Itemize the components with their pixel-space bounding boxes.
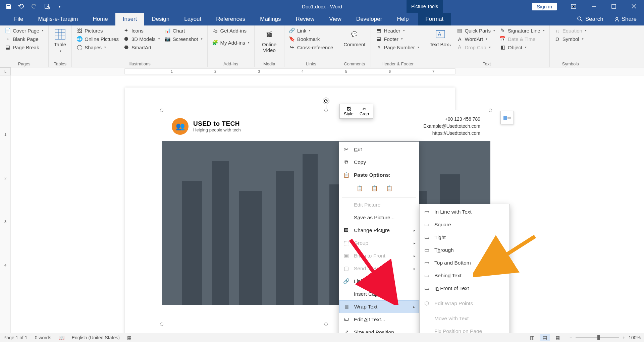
share-button[interactable]: Share [610, 16, 641, 22]
pictures-button[interactable]: 🖼Pictures [75, 27, 120, 34]
qat-customize-button[interactable]: ▾ [54, 0, 66, 13]
wrap-through[interactable]: ▭Through [420, 244, 509, 256]
page-break-button[interactable]: ⬓Page Break [3, 44, 45, 51]
tab-mailings[interactable]: Mailings [253, 13, 288, 25]
chart-button[interactable]: 📊Chart [163, 27, 204, 34]
resize-handle-ne[interactable] [489, 109, 492, 112]
crop-button[interactable]: ✂Crop [357, 106, 372, 117]
tab-review[interactable]: Review [288, 13, 322, 25]
link-button[interactable]: 🔗Link▾ [288, 27, 335, 34]
view-web-layout[interactable]: ▦ [553, 334, 562, 341]
3d-models-button[interactable]: ⬢3D Models▾ [122, 35, 161, 43]
status-macro-icon[interactable]: ▦ [127, 335, 131, 340]
wrap-tight[interactable]: ▭Tight [420, 231, 509, 244]
zoom-out-button[interactable]: − [570, 335, 572, 340]
paste-merge[interactable]: 📋 [369, 183, 380, 194]
my-addins-button[interactable]: 🧩My Add-ins▾ [211, 39, 251, 46]
get-addins-button[interactable]: 🛍Get Add-ins [211, 27, 251, 34]
menu-change-picture[interactable]: 🖼Change Picture▸ [339, 224, 419, 237]
wrap-behind[interactable]: ▭Behind Text [420, 269, 509, 282]
paste-keep-source[interactable]: 📋 [354, 183, 365, 194]
picture-style-button[interactable]: 🖼Style [341, 106, 356, 117]
maximize-button[interactable] [604, 0, 624, 13]
document-area[interactable]: ⟳ 👥 USED to TECH Helping people with tec… [11, 75, 644, 333]
menu-cut[interactable]: ✂CuCutt [339, 143, 419, 156]
paste-picture[interactable]: 📋 [383, 183, 395, 194]
resize-handle-nw[interactable] [160, 109, 163, 112]
menu-edit-alt-text[interactable]: 🏷Edit Alt Text... [339, 313, 419, 326]
print-preview-button[interactable] [41, 0, 53, 13]
view-read-mode[interactable]: ▥ [528, 334, 537, 341]
quick-parts-button[interactable]: ▤Quick Parts▾ [455, 27, 496, 34]
status-page[interactable]: Page 1 of 1 [3, 335, 28, 340]
horizontal-ruler[interactable]: 123 456 7 [11, 67, 644, 75]
text-box-icon: A [434, 28, 446, 40]
menu-copy[interactable]: ⧉Copy [339, 156, 419, 169]
redo-button[interactable] [28, 0, 40, 13]
wrap-square[interactable]: ▭Square [420, 218, 509, 231]
tab-file[interactable]: File [7, 13, 31, 25]
tab-custom[interactable]: Majlis-e-Tarajim [31, 13, 85, 25]
menu-save-as-picture[interactable]: Save as Picture... [339, 211, 419, 224]
wordart-button[interactable]: AWordArt▾ [455, 35, 496, 43]
wrap-top-bottom[interactable]: ▭Top and Bottom [420, 256, 509, 269]
symbol-button[interactable]: ΩSymbol▾ [553, 35, 588, 43]
zoom-slider[interactable] [576, 337, 619, 338]
signin-button[interactable]: Sign in [532, 3, 557, 10]
tab-view[interactable]: View [322, 13, 349, 25]
status-words[interactable]: 0 words [35, 335, 51, 340]
tab-format[interactable]: Format [418, 13, 451, 25]
menu-insert-caption[interactable]: Insert Caption... [339, 288, 419, 300]
resize-handle-n[interactable] [324, 109, 328, 112]
resize-handle-s[interactable] [324, 323, 328, 326]
date-time-button[interactable]: 📅Date & Time [498, 35, 546, 43]
tab-layout[interactable]: Layout [177, 13, 209, 25]
text-box-button[interactable]: AText Box▾ [428, 27, 453, 49]
wrap-in-front[interactable]: ▭In Front of Text [420, 282, 509, 295]
drop-cap-button[interactable]: A̲Drop Cap▾ [455, 44, 496, 51]
smartart-button[interactable]: ⬣SmartArt [122, 44, 161, 51]
page-number-button[interactable]: #Page Number▾ [374, 44, 421, 51]
status-language[interactable]: English (United States) [72, 335, 120, 340]
tell-me-search[interactable]: Search [577, 16, 603, 22]
zoom-level[interactable]: 100% [629, 335, 641, 340]
save-button[interactable] [3, 0, 15, 13]
online-pictures-button[interactable]: 🌐Online Pictures [75, 35, 120, 43]
blank-page-button[interactable]: ▫Blank Page [3, 35, 45, 43]
tab-developer[interactable]: Developer [349, 13, 390, 25]
tab-help[interactable]: Help [389, 13, 416, 25]
ribbon-display-button[interactable] [564, 0, 584, 13]
undo-button[interactable] [15, 0, 28, 13]
tab-insert[interactable]: Insert [115, 13, 145, 25]
layout-options-button[interactable] [500, 111, 514, 124]
zoom-in-button[interactable]: + [623, 335, 625, 340]
tab-design[interactable]: Design [144, 13, 177, 25]
comment-button[interactable]: 💬Comment [341, 27, 367, 49]
signature-line-button[interactable]: ✎Signature Line▾ [498, 27, 546, 34]
shapes-button[interactable]: ◯Shapes▾ [75, 44, 120, 51]
equation-button[interactable]: πEquation▾ [553, 27, 588, 34]
object-button[interactable]: ◧Object▾ [498, 44, 546, 51]
header-button[interactable]: ⬒Header▾ [374, 27, 421, 34]
cover-page-button[interactable]: 📄Cover Page▾ [3, 27, 45, 34]
cross-reference-button[interactable]: ↪Cross-reference [288, 44, 335, 51]
screenshot-button[interactable]: 📷Screenshot▾ [163, 35, 204, 43]
bookmark-button[interactable]: 🔖Bookmark [288, 35, 335, 43]
wrap-inline[interactable]: ▭In Line with Text [420, 206, 509, 218]
menu-link[interactable]: 🔗Link [339, 275, 419, 288]
tab-references[interactable]: References [209, 13, 253, 25]
menu-wrap-text[interactable]: ≣Wrap Text▸ [339, 300, 419, 313]
status-proofing-icon[interactable]: 📖 [59, 335, 64, 340]
ruler-corner[interactable]: L [0, 67, 11, 75]
online-video-button[interactable]: 🎬Online Video [258, 27, 281, 54]
resize-handle-sw[interactable] [160, 323, 163, 326]
vertical-ruler[interactable]: 1234 [0, 75, 11, 333]
view-print-layout[interactable]: ▤ [540, 334, 550, 341]
close-button[interactable] [624, 0, 644, 13]
tab-home[interactable]: Home [85, 13, 115, 25]
icons-button[interactable]: ✦Icons [122, 27, 161, 34]
table-button[interactable]: Table▾ [52, 27, 68, 54]
rotate-handle[interactable]: ⟳ [323, 98, 329, 104]
minimize-button[interactable] [584, 0, 604, 13]
footer-button[interactable]: ⬓Footer▾ [374, 35, 421, 43]
